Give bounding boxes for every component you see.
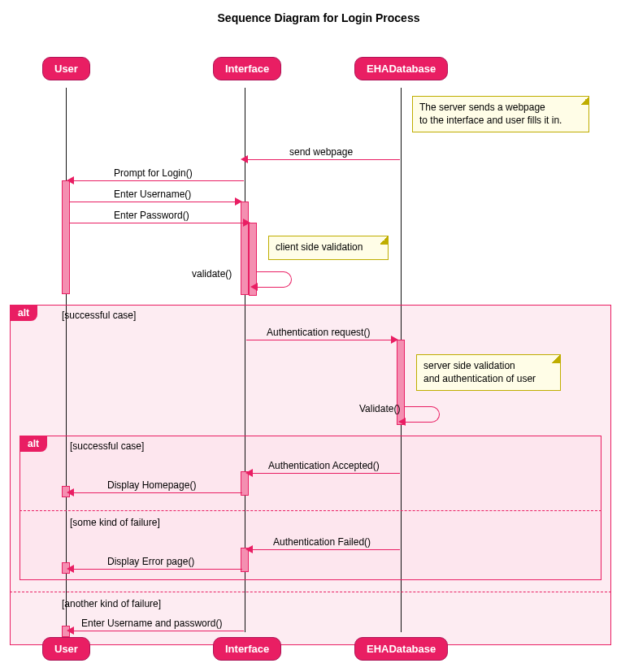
msg-enter-upass: Enter Username and password() [81,618,222,629]
msg-enter-username: Enter Username() [114,189,191,200]
alt-outer-divider [10,592,611,592]
participant-interface-bottom: Interface [213,637,281,661]
note-server-validation: server side validation and authenticatio… [416,354,561,391]
msg-prompt-login: Prompt for Login() [114,167,193,179]
alt-inner-guard1: [successful case] [70,440,144,452]
msg-send-webpage: send webpage [289,146,353,158]
alt-outer-guard2: [another kind of failure] [62,598,161,609]
note-line: to the interface and user fills it in. [419,115,562,126]
alt-inner-guard2: [some kind of failure] [70,517,160,528]
note-client-validation: client side validation [268,236,389,260]
activation-user-1 [62,180,70,294]
participant-database-top: EHADatabase [354,57,448,80]
sequence-diagram: User Interface EHADatabase User Interfac… [8,31,613,665]
participant-user-top: User [42,57,90,80]
alt-inner-tag: alt [20,436,47,452]
note-line: server side validation [423,360,515,371]
msg-display-error: Display Error page() [107,556,194,567]
note-line: The server sends a webpage [419,102,545,113]
alt-outer-tag: alt [10,305,37,321]
msg-enter-password: Enter Password() [114,210,189,221]
alt-inner-divider [20,510,601,511]
alt-outer-guard1: [successful case] [62,310,136,321]
msg-auth-request: Authentication request() [267,327,370,338]
activation-interface-1 [241,202,249,295]
msg-auth-accepted: Authentication Accepted() [268,460,380,471]
msg-validate-client: validate() [192,268,232,280]
msg-display-home: Display Homepage() [107,479,196,491]
participant-user-bottom: User [42,637,90,661]
participant-interface-top: Interface [213,57,281,80]
participant-database-bottom: EHADatabase [354,637,448,661]
note-webpage: The server sends a webpage to the interf… [412,96,589,132]
msg-auth-failed: Authentication Failed() [273,536,371,548]
diagram-title: Sequence Diagram for Login Process [8,11,621,24]
msg-validate-server: Validate() [359,403,400,414]
note-line: and authentication of user [423,373,536,384]
